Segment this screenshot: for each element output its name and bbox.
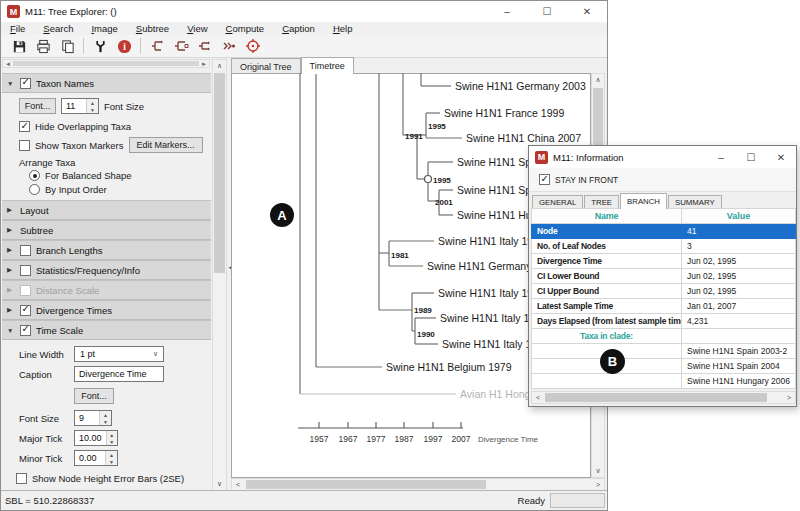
- section-layout[interactable]: ▶ Layout: [2, 200, 211, 220]
- scroll-left-icon[interactable]: <: [532, 392, 544, 403]
- caption-input[interactable]: [74, 366, 164, 382]
- info-minimize-button[interactable]: –: [706, 146, 736, 168]
- maximize-button[interactable]: ☐: [527, 1, 567, 22]
- spin-up-icon: ▲: [100, 411, 111, 418]
- scroll-left-icon[interactable]: ◄: [5, 61, 11, 67]
- compress-subtree-icon[interactable]: [169, 36, 193, 56]
- balanced-shape-radio[interactable]: [29, 170, 40, 181]
- node-year-label: 2001: [435, 198, 453, 207]
- divergence-times-checkbox[interactable]: [20, 305, 31, 316]
- section-taxon-names[interactable]: ▼ Taxon Names: [2, 73, 211, 93]
- info-window-title: M11: Information: [553, 152, 624, 163]
- expand-triangle-icon[interactable]: ▶: [7, 246, 15, 254]
- table-row[interactable]: Latest Sample TimeJan 01, 2007: [532, 299, 796, 314]
- show-taxon-markers-checkbox[interactable]: [19, 140, 30, 151]
- menu-compute[interactable]: Compute: [217, 23, 274, 34]
- section-subtree[interactable]: ▶ Subtree: [2, 220, 211, 240]
- menu-file[interactable]: File: [1, 23, 34, 34]
- table-row[interactable]: CI Lower BoundJun 02, 1995: [532, 269, 796, 284]
- swap-subtree-icon[interactable]: [193, 36, 217, 56]
- stay-in-front-checkbox[interactable]: [539, 174, 550, 185]
- time-scale-checkbox[interactable]: [20, 325, 31, 336]
- section-statistics[interactable]: ▶ Statistics/Frequency/Info: [2, 260, 211, 280]
- expand-triangle-icon[interactable]: ▶: [7, 206, 15, 214]
- input-order-radio[interactable]: [29, 184, 40, 195]
- flip-subtree-icon[interactable]: [145, 36, 169, 56]
- expand-triangle-icon[interactable]: ▶: [7, 266, 15, 274]
- copy-icon[interactable]: [55, 36, 79, 56]
- table-row[interactable]: No. of Leaf Nodes3: [532, 239, 796, 254]
- table-row[interactable]: Days Elapsed (from latest sample time)4,…: [532, 314, 796, 329]
- menu-image[interactable]: Image: [82, 23, 126, 34]
- spin-down-icon: ▼: [107, 438, 117, 445]
- edit-markers-button[interactable]: Edit Markers...: [129, 137, 203, 153]
- table-row[interactable]: Divergence TimeJun 02, 1995: [532, 254, 796, 269]
- close-button[interactable]: ✕: [567, 1, 607, 22]
- line-width-dropdown[interactable]: 1 pt ∨: [74, 346, 164, 362]
- annotation-badge-b: B: [600, 349, 625, 374]
- table-row[interactable]: Swine H1N1 Hungary 2006: [532, 374, 796, 389]
- tab-general[interactable]: GENERAL: [532, 195, 583, 209]
- expand-triangle-icon[interactable]: ▶: [7, 226, 15, 234]
- scroll-right-icon[interactable]: ►: [201, 61, 207, 67]
- scroll-right-icon[interactable]: >: [592, 479, 604, 490]
- table-row[interactable]: Node41: [532, 224, 796, 239]
- toolbar-separator: [83, 38, 84, 54]
- statistics-checkbox[interactable]: [20, 265, 31, 276]
- taxon-font-size-spinner[interactable]: 11 ▲▼: [61, 98, 99, 114]
- taxon-font-button[interactable]: Font...: [19, 98, 56, 114]
- wrench-icon[interactable]: [88, 36, 112, 56]
- root-tree-icon[interactable]: [241, 36, 265, 56]
- collapse-triangle-icon[interactable]: ▼: [7, 80, 15, 87]
- info-icon[interactable]: i: [112, 36, 136, 56]
- scroll-up-icon[interactable]: ∧: [592, 74, 604, 86]
- major-tick-spinner[interactable]: 10.00 ▲▼: [74, 430, 118, 446]
- branch-info-table: Name Value Node41 No. of Leaf Nodes3 Div…: [531, 208, 796, 389]
- options-sidebar: ◄► ∧ ∨ ▼ Taxon Names Font...: [2, 58, 227, 491]
- hide-overlapping-checkbox[interactable]: [19, 121, 30, 132]
- menu-search[interactable]: Search: [34, 23, 82, 34]
- sidebar-vertical-scrollbar[interactable]: ∧ ∨: [212, 59, 227, 491]
- tab-timetree[interactable]: Timetree: [301, 57, 354, 74]
- collapse-triangle-icon[interactable]: ▼: [7, 327, 15, 334]
- section-time-scale[interactable]: ▼ Time Scale: [2, 320, 211, 340]
- section-branch-lengths[interactable]: ▶ Branch Lengths: [2, 240, 211, 260]
- axis-tick-label: 1987: [395, 434, 414, 444]
- table-row[interactable]: Swine H1N1 Spain 2004: [532, 359, 796, 374]
- scroll-down-icon[interactable]: ∨: [592, 465, 604, 477]
- table-row[interactable]: Swine H1N1 Spain 2003-2: [532, 344, 796, 359]
- scroll-right-icon[interactable]: >: [783, 392, 795, 403]
- tab-original-tree[interactable]: Original Tree: [231, 58, 301, 74]
- timescale-font-button[interactable]: Font...: [74, 388, 114, 404]
- expand-triangle-icon[interactable]: ▶: [7, 306, 15, 314]
- spin-down-icon: ▼: [100, 418, 111, 425]
- table-row[interactable]: CI Upper BoundJun 02, 1995: [532, 284, 796, 299]
- save-icon[interactable]: [7, 36, 31, 56]
- menu-subtree[interactable]: Subtree: [127, 23, 178, 34]
- print-icon[interactable]: [31, 36, 55, 56]
- minimize-button[interactable]: –: [487, 1, 527, 22]
- error-bars-checkbox[interactable]: [16, 473, 27, 484]
- info-horizontal-scrollbar[interactable]: < >: [531, 391, 796, 404]
- info-close-button[interactable]: ✕: [766, 146, 796, 168]
- minor-tick-spinner[interactable]: 0.00 ▲▼: [74, 450, 118, 466]
- menu-view[interactable]: View: [178, 23, 216, 34]
- scroll-down-icon[interactable]: ∨: [213, 478, 226, 490]
- display-subtree-icon[interactable]: [217, 36, 241, 56]
- selected-node-marker[interactable]: [425, 176, 432, 183]
- menu-help[interactable]: Help: [324, 23, 362, 34]
- scroll-up-icon[interactable]: ∧: [213, 60, 226, 72]
- info-maximize-button[interactable]: ☐: [736, 146, 766, 168]
- ts-font-size-spinner[interactable]: 9 ▲▼: [74, 410, 112, 426]
- sidebar-horizontal-scrollbar[interactable]: ◄►: [2, 59, 210, 68]
- menu-caption[interactable]: Caption: [273, 23, 324, 34]
- scroll-left-icon[interactable]: <: [232, 479, 244, 490]
- section-divergence-times[interactable]: ▶ Divergence Times: [2, 300, 211, 320]
- section-distance-scale: ▶ Distance Scale: [2, 280, 211, 300]
- branch-lengths-checkbox[interactable]: [20, 245, 31, 256]
- taxon-names-checkbox[interactable]: [20, 78, 31, 89]
- tab-summary[interactable]: SUMMARY: [668, 195, 722, 209]
- tab-tree[interactable]: TREE: [584, 195, 619, 209]
- spin-up-icon: ▲: [87, 99, 98, 106]
- tab-branch[interactable]: BRANCH: [620, 193, 667, 209]
